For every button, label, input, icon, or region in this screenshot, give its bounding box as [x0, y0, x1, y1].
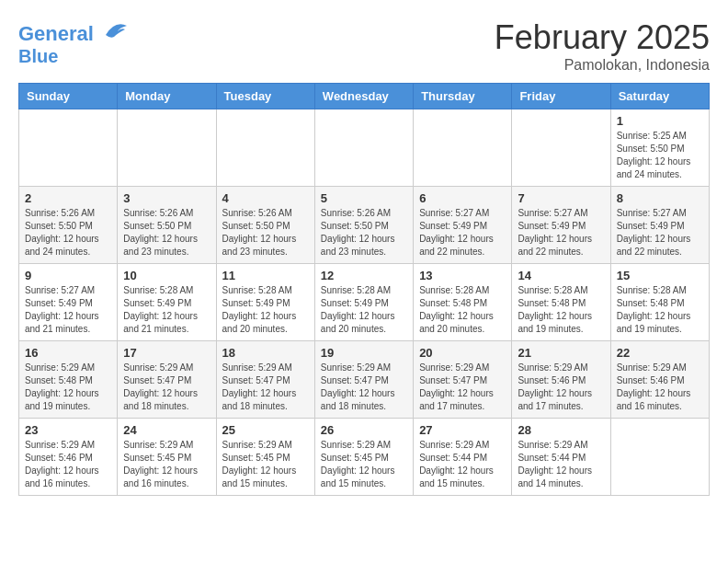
- calendar-week-3: 9Sunrise: 5:27 AM Sunset: 5:49 PM Daylig…: [19, 264, 710, 341]
- calendar-cell: 18Sunrise: 5:29 AM Sunset: 5:47 PM Dayli…: [216, 341, 314, 419]
- logo-bird-icon: [101, 18, 129, 40]
- day-info: Sunrise: 5:26 AM Sunset: 5:50 PM Dayligh…: [25, 207, 111, 259]
- day-number: 26: [321, 423, 407, 437]
- calendar-cell: 10Sunrise: 5:28 AM Sunset: 5:49 PM Dayli…: [118, 264, 216, 341]
- calendar-cell: 16Sunrise: 5:29 AM Sunset: 5:48 PM Dayli…: [19, 341, 118, 419]
- logo: General Blue: [18, 18, 129, 67]
- day-number: 27: [419, 423, 506, 437]
- day-info: Sunrise: 5:26 AM Sunset: 5:50 PM Dayligh…: [123, 207, 210, 259]
- day-info: Sunrise: 5:29 AM Sunset: 5:47 PM Dayligh…: [419, 362, 506, 413]
- weekday-header-thursday: Thursday: [414, 84, 512, 109]
- weekday-header-saturday: Saturday: [610, 84, 709, 109]
- calendar-cell: [610, 419, 709, 496]
- day-info: Sunrise: 5:25 AM Sunset: 5:50 PM Dayligh…: [617, 130, 703, 181]
- logo-general: General: [18, 22, 94, 45]
- day-info: Sunrise: 5:28 AM Sunset: 5:49 PM Dayligh…: [321, 284, 407, 336]
- calendar-cell: 5Sunrise: 5:26 AM Sunset: 5:50 PM Daylig…: [314, 187, 413, 264]
- calendar-cell: 9Sunrise: 5:27 AM Sunset: 5:49 PM Daylig…: [19, 264, 118, 341]
- calendar-cell: 12Sunrise: 5:28 AM Sunset: 5:49 PM Dayli…: [314, 264, 413, 341]
- calendar-cell: 23Sunrise: 5:29 AM Sunset: 5:46 PM Dayli…: [19, 419, 118, 496]
- day-info: Sunrise: 5:28 AM Sunset: 5:49 PM Dayligh…: [222, 284, 309, 336]
- calendar-cell: 22Sunrise: 5:29 AM Sunset: 5:46 PM Dayli…: [610, 341, 709, 419]
- day-info: Sunrise: 5:29 AM Sunset: 5:46 PM Dayligh…: [617, 362, 703, 413]
- calendar-cell: [216, 109, 314, 187]
- day-number: 14: [518, 269, 604, 282]
- day-number: 20: [419, 346, 506, 360]
- day-info: Sunrise: 5:29 AM Sunset: 5:48 PM Dayligh…: [25, 362, 111, 413]
- calendar-week-2: 2Sunrise: 5:26 AM Sunset: 5:50 PM Daylig…: [19, 187, 710, 264]
- calendar-cell: 28Sunrise: 5:29 AM Sunset: 5:44 PM Dayli…: [512, 419, 610, 496]
- calendar-cell: [314, 109, 413, 187]
- day-number: 7: [518, 191, 604, 205]
- calendar-cell: 27Sunrise: 5:29 AM Sunset: 5:44 PM Dayli…: [414, 419, 512, 496]
- day-number: 10: [123, 269, 210, 282]
- calendar-cell: 14Sunrise: 5:28 AM Sunset: 5:48 PM Dayli…: [512, 264, 610, 341]
- calendar-cell: [118, 109, 216, 187]
- day-number: 12: [321, 269, 407, 282]
- weekday-header-sunday: Sunday: [19, 84, 118, 109]
- calendar-week-4: 16Sunrise: 5:29 AM Sunset: 5:48 PM Dayli…: [19, 341, 710, 419]
- weekday-header-friday: Friday: [512, 84, 610, 109]
- day-number: 28: [518, 423, 604, 437]
- calendar-cell: 21Sunrise: 5:29 AM Sunset: 5:46 PM Dayli…: [512, 341, 610, 419]
- calendar-cell: 1Sunrise: 5:25 AM Sunset: 5:50 PM Daylig…: [610, 109, 709, 187]
- day-info: Sunrise: 5:29 AM Sunset: 5:47 PM Dayligh…: [222, 362, 309, 413]
- calendar-cell: 3Sunrise: 5:26 AM Sunset: 5:50 PM Daylig…: [118, 187, 216, 264]
- day-number: 23: [25, 423, 111, 437]
- day-info: Sunrise: 5:29 AM Sunset: 5:45 PM Dayligh…: [123, 439, 210, 490]
- calendar-cell: 19Sunrise: 5:29 AM Sunset: 5:47 PM Dayli…: [314, 341, 413, 419]
- day-number: 24: [123, 423, 210, 437]
- day-number: 18: [222, 346, 309, 360]
- calendar-cell: 20Sunrise: 5:29 AM Sunset: 5:47 PM Dayli…: [414, 341, 512, 419]
- day-info: Sunrise: 5:29 AM Sunset: 5:44 PM Dayligh…: [419, 439, 506, 490]
- day-info: Sunrise: 5:29 AM Sunset: 5:45 PM Dayligh…: [222, 439, 309, 490]
- calendar-cell: 13Sunrise: 5:28 AM Sunset: 5:48 PM Dayli…: [414, 264, 512, 341]
- day-number: 15: [617, 269, 703, 282]
- calendar-cell: 11Sunrise: 5:28 AM Sunset: 5:49 PM Dayli…: [216, 264, 314, 341]
- calendar-cell: 17Sunrise: 5:29 AM Sunset: 5:47 PM Dayli…: [118, 341, 216, 419]
- day-number: 19: [321, 346, 407, 360]
- calendar-cell: 7Sunrise: 5:27 AM Sunset: 5:49 PM Daylig…: [512, 187, 610, 264]
- calendar-cell: 6Sunrise: 5:27 AM Sunset: 5:49 PM Daylig…: [414, 187, 512, 264]
- day-number: 8: [617, 191, 703, 205]
- calendar-cell: 2Sunrise: 5:26 AM Sunset: 5:50 PM Daylig…: [19, 187, 118, 264]
- day-number: 2: [25, 191, 111, 205]
- day-info: Sunrise: 5:28 AM Sunset: 5:49 PM Dayligh…: [123, 284, 210, 336]
- calendar-cell: [512, 109, 610, 187]
- day-info: Sunrise: 5:27 AM Sunset: 5:49 PM Dayligh…: [25, 284, 111, 336]
- calendar-cell: 4Sunrise: 5:26 AM Sunset: 5:50 PM Daylig…: [216, 187, 314, 264]
- weekday-header-row: SundayMondayTuesdayWednesdayThursdayFrid…: [19, 84, 710, 109]
- day-number: 9: [25, 269, 111, 282]
- day-number: 5: [321, 191, 407, 205]
- weekday-header-tuesday: Tuesday: [216, 84, 314, 109]
- title-area: February 2025 Pamolokan, Indonesia: [495, 18, 710, 74]
- day-info: Sunrise: 5:29 AM Sunset: 5:47 PM Dayligh…: [321, 362, 407, 413]
- day-info: Sunrise: 5:28 AM Sunset: 5:48 PM Dayligh…: [617, 284, 703, 336]
- day-number: 6: [419, 191, 506, 205]
- day-number: 17: [123, 346, 210, 360]
- day-number: 4: [222, 191, 309, 205]
- day-number: 21: [518, 346, 604, 360]
- day-info: Sunrise: 5:29 AM Sunset: 5:44 PM Dayligh…: [518, 439, 604, 490]
- calendar-week-5: 23Sunrise: 5:29 AM Sunset: 5:46 PM Dayli…: [19, 419, 710, 496]
- day-info: Sunrise: 5:29 AM Sunset: 5:46 PM Dayligh…: [518, 362, 604, 413]
- day-info: Sunrise: 5:26 AM Sunset: 5:50 PM Dayligh…: [321, 207, 407, 259]
- calendar-cell: 8Sunrise: 5:27 AM Sunset: 5:49 PM Daylig…: [610, 187, 709, 264]
- day-info: Sunrise: 5:28 AM Sunset: 5:48 PM Dayligh…: [419, 284, 506, 336]
- day-info: Sunrise: 5:29 AM Sunset: 5:46 PM Dayligh…: [25, 439, 111, 490]
- logo-blue: Blue: [18, 46, 58, 66]
- day-info: Sunrise: 5:29 AM Sunset: 5:47 PM Dayligh…: [123, 362, 210, 413]
- month-title: February 2025: [495, 18, 710, 57]
- calendar-cell: 15Sunrise: 5:28 AM Sunset: 5:48 PM Dayli…: [610, 264, 709, 341]
- day-number: 25: [222, 423, 309, 437]
- day-info: Sunrise: 5:28 AM Sunset: 5:48 PM Dayligh…: [518, 284, 604, 336]
- calendar-cell: 26Sunrise: 5:29 AM Sunset: 5:45 PM Dayli…: [314, 419, 413, 496]
- day-info: Sunrise: 5:29 AM Sunset: 5:45 PM Dayligh…: [321, 439, 407, 490]
- day-number: 3: [123, 191, 210, 205]
- day-number: 1: [617, 114, 703, 128]
- day-number: 22: [617, 346, 703, 360]
- location: Pamolokan, Indonesia: [495, 57, 710, 74]
- calendar-week-1: 1Sunrise: 5:25 AM Sunset: 5:50 PM Daylig…: [19, 109, 710, 187]
- day-info: Sunrise: 5:27 AM Sunset: 5:49 PM Dayligh…: [518, 207, 604, 259]
- calendar-table: SundayMondayTuesdayWednesdayThursdayFrid…: [18, 83, 710, 496]
